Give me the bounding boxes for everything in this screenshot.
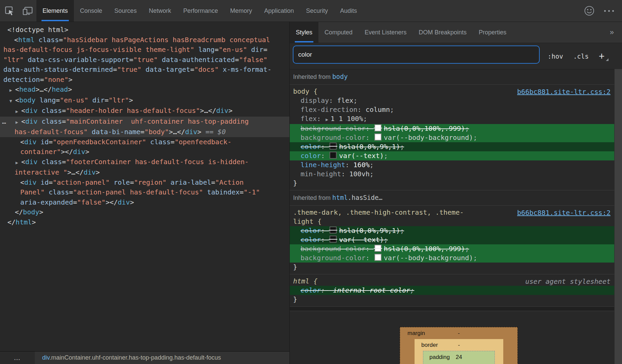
panel-tab-network[interactable]: Network [143,0,177,22]
color-swatch[interactable] [374,245,381,252]
breadcrumb-segment[interactable]: .mainContainer.uhf-container.has-top-pad… [50,354,221,361]
dom-tree-line[interactable]: detection="none"> [0,75,289,85]
toggle-element-state-button[interactable]: :hov [548,53,563,60]
dom-tree-line[interactable]: interactive ">…</div> [0,168,289,178]
panel-tab-performance[interactable]: Performance [177,0,224,22]
code-token: : [366,133,374,142]
rule-selector[interactable]: light { [290,217,622,226]
css-declaration-overridden[interactable]: background-color: hsla(0,0%,100%,.999); [290,244,622,253]
expand-arrow-icon[interactable]: ▶ [16,158,21,168]
color-swatch[interactable] [330,152,337,159]
expand-arrow-icon[interactable]: ▶ [16,117,21,127]
header-text: Inherited from [293,73,332,80]
more-menu-icon[interactable] [604,10,614,12]
dom-tree-line[interactable]: Panel" class="action-panel has-default-f… [0,187,289,198]
dom-tree-line[interactable]: data-auth-status-determined="true" data-… [0,65,289,75]
expand-arrow-icon[interactable]: ▶ [16,107,21,117]
css-declaration[interactable]: flex: ▶1 1 100%; [290,114,622,124]
panel-tab-console[interactable]: Console [74,0,108,22]
color-swatch[interactable] [374,133,381,141]
styles-filter-input[interactable] [293,46,540,64]
border-top-value[interactable]: - [415,342,503,348]
code-token: data-target [145,65,190,73]
dom-tree-line[interactable]: aria-expanded="false"></div> [0,198,289,208]
css-declaration-overridden[interactable]: color: -internal-root-color; [290,286,622,295]
expand-arrow-icon[interactable]: ▶ [9,85,15,95]
code-token: : [345,161,353,169]
box-model-margin[interactable]: margin - border - padding 24 [400,327,518,364]
code-token: "openfeedback- [175,138,232,146]
code-token: line-height [301,161,345,169]
margin-top-value[interactable]: - [400,330,517,337]
inspect-element-icon[interactable] [4,5,15,16]
element-classes-button[interactable]: .cls [573,53,589,60]
expand-arrow-icon[interactable]: ▼ [9,96,15,106]
css-declaration[interactable]: background-color: var(--body-background)… [290,133,622,142]
code-token: ; [473,133,477,142]
dom-tree[interactable]: <!doctype html><html class="hasSidebar h… [0,22,289,351]
code-token: = [49,138,53,146]
dom-tree-line-selected[interactable]: has-default-focus" data-bi-name="body">…… [0,127,289,137]
css-declaration[interactable]: flex-direction: column; [290,105,622,114]
dom-tree-line[interactable]: <div id="openFeedbackContainer" class="o… [0,137,289,147]
element-link[interactable]: html [332,194,348,201]
sidebar-tab-computed[interactable]: Computed [318,22,359,43]
dom-tree-line[interactable]: ▶<div class="footerContainer has-default… [0,157,289,168]
box-model-border[interactable]: border - padding 24 [415,339,503,364]
panel-tab-sources[interactable]: Sources [108,0,143,22]
panel-tab-elements[interactable]: Elements [36,0,74,22]
panel-tab-memory[interactable]: Memory [224,0,258,22]
code-token: : [321,152,329,160]
device-toolbar-icon[interactable] [22,5,33,16]
feedback-smiley-icon[interactable] [584,5,595,16]
dom-tree-line[interactable]: has-default-focus js-focus-visible theme… [0,45,289,55]
dom-tree-line[interactable]: "ltr" data-css-variable-support="true" d… [0,55,289,65]
box-model-padding[interactable]: padding 24 [423,351,495,364]
panel-tab-application[interactable]: Application [258,0,300,22]
css-declaration-overridden[interactable]: color: var(--text); [290,235,622,244]
new-style-rule-button[interactable]: + [599,51,608,62]
color-swatch[interactable] [374,124,381,131]
css-declaration-overridden[interactable]: color: hsla(0,0%,9%,1); [290,226,622,235]
css-declaration[interactable]: background-color: var(--body-background)… [290,253,622,263]
breadcrumb[interactable]: div.mainContainer.uhf-container.has-top-… [35,354,221,361]
css-declaration[interactable]: display: flex; [290,96,622,105]
stylesheet-link[interactable]: b66bc881.site-ltr.css:2 [517,208,611,217]
styles-scrollbar[interactable] [614,69,622,364]
dom-tree-line[interactable]: <html class="hasSidebar hasPageActions h… [0,35,289,45]
css-declaration-overridden[interactable]: color: hsla(0,0%,9%,1); [290,142,622,151]
dom-tree-line[interactable]: container"></div> [0,147,289,157]
dom-tree-line-selected[interactable]: …▶<div class="mainContainer uhf-containe… [0,117,289,127]
css-declaration[interactable]: line-height: 160%; [290,160,622,170]
color-swatch[interactable] [374,254,381,261]
elements-panel: <!doctype html><html class="hasSidebar h… [0,22,290,364]
dom-tree-line[interactable]: </body> [0,207,289,217]
dom-tree-line[interactable]: ▶<head>…</head> [0,85,289,95]
padding-top-value[interactable]: 24 [423,354,494,361]
code-token: = [105,96,109,104]
dom-tree-line[interactable]: <div id="action-panel" role="region" ari… [0,178,289,188]
css-declaration[interactable]: color: var(--text); [290,151,622,160]
css-declaration[interactable]: min-height: 100vh; [290,170,622,179]
css-declaration-overridden[interactable]: background-color: hsla(0,0%,100%,.999); [290,124,622,133]
color-swatch[interactable] [330,226,337,234]
sidebar-tab-properties[interactable]: Properties [473,22,512,43]
sidebar-tab-event-listeners[interactable]: Event Listeners [359,22,413,43]
sidebar-tabs-overflow-icon[interactable]: » [610,22,622,43]
breadcrumb-segment[interactable]: div [42,354,50,361]
panel-tab-audits[interactable]: Audits [334,0,363,22]
dom-tree-line[interactable]: </html> [0,217,289,228]
dom-tree-line[interactable]: ▼<body lang="en-us" dir="ltr"> [0,95,289,106]
breadcrumb-overflow-button[interactable]: … [0,352,35,364]
element-link[interactable]: body [332,73,348,80]
stylesheet-link[interactable]: b66bc881.site-ltr.css:2 [517,87,611,96]
gutter-more-icon[interactable]: … [2,117,6,127]
color-swatch[interactable] [330,236,337,243]
sidebar-tab-styles[interactable]: Styles [290,22,318,43]
dom-tree-line[interactable]: ▶<div class="header-holder has-default-f… [0,106,289,117]
dom-tree-line[interactable]: <!doctype html> [0,25,289,35]
sidebar-tab-dom-breakpoints[interactable]: DOM Breakpoints [413,22,473,43]
color-swatch[interactable] [330,143,337,150]
code-token: : [321,236,329,244]
panel-tab-security[interactable]: Security [300,0,334,22]
